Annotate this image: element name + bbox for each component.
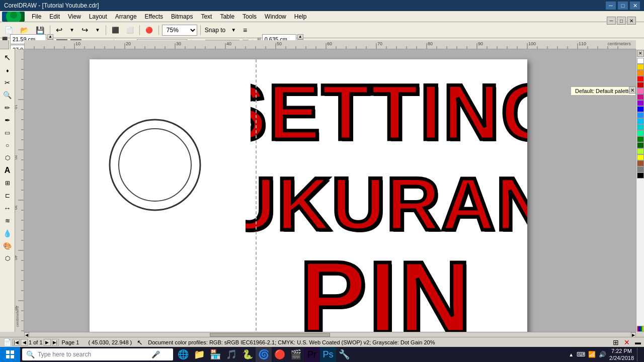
taskbar-vlc[interactable]: 🎬 <box>288 347 304 362</box>
page-first-btn[interactable]: |◀ <box>13 339 20 346</box>
swatch-teal[interactable] <box>637 124 644 130</box>
zoom-select[interactable]: 75% 50% 100% 150% 200% <box>162 25 197 36</box>
taskbar-explorer[interactable]: 📁 <box>191 347 207 362</box>
maximize-button[interactable]: □ <box>618 2 628 10</box>
publish-button[interactable]: 🔴 <box>143 24 155 36</box>
mic-icon[interactable]: 🎤 <box>151 350 160 358</box>
swatch-violet[interactable] <box>637 100 644 106</box>
swatch-yellow[interactable] <box>637 64 644 70</box>
swatch-darkgreen[interactable] <box>637 142 644 148</box>
fill-tool[interactable]: 🎨 <box>2 240 14 252</box>
swatch-black[interactable] <box>637 172 644 178</box>
close-button[interactable]: ✕ <box>630 2 640 10</box>
menu-arrange[interactable]: Arrange <box>111 12 141 21</box>
swatch-white[interactable] <box>637 58 644 64</box>
freehand-tool[interactable]: ✏ <box>2 102 14 114</box>
text-tool[interactable]: A <box>2 164 14 176</box>
taskbar-groove[interactable]: 🎵 <box>223 347 239 362</box>
doc-close-btn[interactable]: ✕ <box>627 17 636 25</box>
menu-effects[interactable]: Effects <box>141 12 167 21</box>
h-scroll-left[interactable]: ◀ <box>24 332 29 337</box>
start-button[interactable] <box>0 347 20 362</box>
snap-options[interactable]: ≡ <box>240 24 250 36</box>
swatch-red[interactable] <box>637 76 644 82</box>
rect-tool[interactable]: ▭ <box>2 127 14 139</box>
redo-button[interactable]: ↪ <box>79 24 91 36</box>
h-scroll-thumb[interactable] <box>210 333 330 337</box>
palette-x-btn[interactable]: ✕ <box>629 86 636 94</box>
dim1-up[interactable]: ▲ <box>297 34 303 39</box>
tray-up-arrow[interactable]: ▲ <box>569 352 574 357</box>
menu-table[interactable]: Table <box>216 12 238 21</box>
menu-window[interactable]: Window <box>261 12 290 21</box>
import-button[interactable]: ⬛ <box>109 24 122 36</box>
taskbar-store[interactable]: 🏪 <box>207 347 223 362</box>
zoom-tool[interactable]: 🔍 <box>2 89 14 101</box>
taskbar-premiere[interactable]: Pr <box>304 347 320 362</box>
swatch-green[interactable] <box>637 136 644 142</box>
menu-text[interactable]: Text <box>197 12 216 21</box>
taskbar-app5[interactable]: 🐍 <box>239 347 256 362</box>
crop-tool[interactable]: ✂ <box>2 76 14 88</box>
search-input[interactable] <box>38 351 148 358</box>
menu-bitmaps[interactable]: Bitmaps <box>167 12 197 21</box>
doc-maximize-btn[interactable]: □ <box>617 17 626 25</box>
eyedropper-tool[interactable]: 💧 <box>2 227 14 239</box>
show-desktop[interactable] <box>637 347 640 361</box>
minimize-button[interactable]: ─ <box>606 2 616 10</box>
smart-draw-tool[interactable]: ✒ <box>2 114 14 126</box>
taskbar-app10[interactable]: 🔧 <box>336 347 352 362</box>
swatch-orange[interactable] <box>637 70 644 76</box>
swatch-lime[interactable] <box>637 148 644 154</box>
swatch-pink[interactable] <box>637 88 644 94</box>
swatch-magenta[interactable] <box>637 94 644 100</box>
swatch-blue[interactable] <box>637 106 644 112</box>
swatch-more[interactable] <box>637 326 644 332</box>
smart-fill-tool[interactable]: ⬡ <box>2 252 14 264</box>
swatch-sienna[interactable] <box>637 160 644 166</box>
page-next-btn[interactable]: ▶ <box>44 339 51 346</box>
close-indicator[interactable]: ✕ <box>624 338 630 346</box>
page-prev-btn[interactable]: ◀ <box>21 339 28 346</box>
menu-help[interactable]: Help <box>290 12 311 21</box>
swatch-cyan[interactable] <box>637 118 644 124</box>
page-last-btn[interactable]: ▶| <box>52 339 59 346</box>
menu-file[interactable]: File <box>28 12 45 21</box>
search-bar[interactable]: 🔍 🎤 <box>22 348 173 360</box>
taskbar-ps[interactable]: Ps <box>320 347 336 362</box>
h-scrollbar[interactable]: ◀ ▶ <box>24 332 636 337</box>
page-indicator-icon[interactable]: 📄 <box>3 338 12 346</box>
connector-tool[interactable]: ↔ <box>2 202 14 214</box>
palette-close-btn[interactable]: ✕ <box>637 50 644 57</box>
clock[interactable]: 7:22 PM 2/24/2018 <box>609 347 634 362</box>
swatch-dodgerblue[interactable] <box>637 112 644 118</box>
taskbar-opera[interactable]: 🔴 <box>272 347 288 362</box>
snap-dropdown[interactable]: ▼ <box>228 24 238 36</box>
ellipse-tool[interactable]: ○ <box>2 139 14 151</box>
doc-minimize-btn[interactable]: ─ <box>607 17 616 25</box>
swatch-darkred[interactable] <box>637 82 644 88</box>
menu-edit[interactable]: Edit <box>45 12 64 21</box>
undo-button[interactable]: ↩ <box>53 24 65 36</box>
select-tool[interactable]: ↖ <box>2 51 14 63</box>
menu-layout[interactable]: Layout <box>85 12 111 21</box>
menu-tools[interactable]: Tools <box>238 12 261 21</box>
blend-tool[interactable]: ≋ <box>2 215 14 227</box>
menu-view[interactable]: View <box>64 12 85 21</box>
taskbar-ie[interactable]: 🌐 <box>175 347 191 362</box>
parallel-tool[interactable]: ⊏ <box>2 190 14 202</box>
polygon-tool[interactable]: ⬡ <box>2 152 14 164</box>
export-button[interactable]: ⬜ <box>124 24 136 36</box>
shape-tool[interactable]: ⬧ <box>2 64 14 76</box>
width-up[interactable]: ▲ <box>47 34 53 39</box>
table-tool[interactable]: ⊞ <box>2 177 14 189</box>
swatch-mint[interactable] <box>637 130 644 136</box>
tray-network[interactable]: 📶 <box>588 351 596 358</box>
swatch-brightyellow[interactable] <box>637 154 644 160</box>
tray-keyboard[interactable]: ⌨ <box>577 351 585 358</box>
taskbar-chrome[interactable]: 🌀 <box>256 347 272 362</box>
undo-dropdown[interactable]: ▼ <box>67 24 77 36</box>
tray-volume[interactable]: 🔊 <box>599 351 606 358</box>
swatch-gray[interactable] <box>637 166 644 172</box>
redo-dropdown[interactable]: ▼ <box>93 24 103 36</box>
